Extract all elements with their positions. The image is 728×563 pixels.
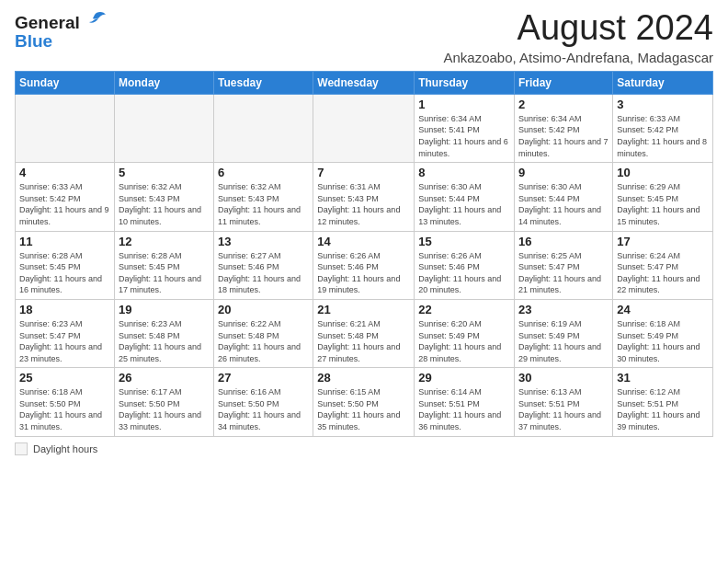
day-number: 19 [119, 303, 210, 316]
calendar-cell: 14Sunrise: 6:26 AMSunset: 5:46 PMDayligh… [313, 231, 415, 299]
weekday-header-monday: Monday [114, 71, 213, 94]
weekday-header-thursday: Thursday [415, 71, 515, 94]
day-info: Sunrise: 6:29 AMSunset: 5:45 PMDaylight:… [617, 181, 709, 227]
day-number: 23 [518, 303, 609, 316]
calendar-cell: 10Sunrise: 6:29 AMSunset: 5:45 PMDayligh… [613, 163, 713, 231]
day-info: Sunrise: 6:14 AMSunset: 5:51 PMDaylight:… [418, 386, 510, 432]
day-number: 13 [218, 235, 309, 248]
weekday-header-tuesday: Tuesday [214, 71, 313, 94]
day-info: Sunrise: 6:13 AMSunset: 5:51 PMDaylight:… [518, 386, 609, 432]
calendar-cell: 25Sunrise: 6:18 AMSunset: 5:50 PMDayligh… [16, 368, 115, 436]
day-number: 16 [518, 235, 609, 248]
day-number: 15 [418, 235, 510, 248]
day-number: 7 [317, 166, 410, 179]
day-info: Sunrise: 6:12 AMSunset: 5:51 PMDaylight:… [617, 386, 709, 432]
day-number: 9 [518, 166, 609, 179]
calendar-cell: 16Sunrise: 6:25 AMSunset: 5:47 PMDayligh… [515, 231, 613, 299]
day-number: 4 [19, 166, 110, 179]
calendar-cell: 2Sunrise: 6:34 AMSunset: 5:42 PMDaylight… [515, 94, 613, 162]
calendar-cell: 21Sunrise: 6:21 AMSunset: 5:48 PMDayligh… [313, 299, 415, 367]
day-info: Sunrise: 6:24 AMSunset: 5:47 PMDaylight:… [617, 250, 709, 296]
day-number: 28 [317, 371, 410, 385]
day-number: 18 [19, 303, 110, 316]
calendar-week-1: 1Sunrise: 6:34 AMSunset: 5:41 PMDaylight… [16, 94, 713, 162]
logo-bird-icon [82, 11, 108, 31]
calendar-week-3: 11Sunrise: 6:28 AMSunset: 5:45 PMDayligh… [16, 231, 713, 299]
calendar-cell [313, 94, 415, 162]
day-number: 27 [218, 371, 309, 385]
calendar-cell: 22Sunrise: 6:20 AMSunset: 5:49 PMDayligh… [415, 299, 515, 367]
calendar-cell: 7Sunrise: 6:31 AMSunset: 5:43 PMDaylight… [313, 163, 415, 231]
calendar-cell: 29Sunrise: 6:14 AMSunset: 5:51 PMDayligh… [415, 368, 515, 436]
day-number: 29 [418, 371, 510, 385]
day-number: 30 [518, 371, 609, 385]
day-number: 14 [317, 235, 410, 248]
day-info: Sunrise: 6:30 AMSunset: 5:44 PMDaylight:… [518, 181, 609, 227]
calendar-cell: 18Sunrise: 6:23 AMSunset: 5:47 PMDayligh… [16, 299, 115, 367]
day-number: 6 [218, 166, 309, 179]
calendar-table: SundayMondayTuesdayWednesdayThursdayFrid… [15, 71, 713, 437]
day-info: Sunrise: 6:19 AMSunset: 5:49 PMDaylight:… [518, 318, 609, 364]
calendar-cell: 26Sunrise: 6:17 AMSunset: 5:50 PMDayligh… [114, 368, 213, 436]
day-info: Sunrise: 6:33 AMSunset: 5:42 PMDaylight:… [19, 181, 110, 227]
day-info: Sunrise: 6:31 AMSunset: 5:43 PMDaylight:… [317, 181, 410, 227]
calendar-cell: 15Sunrise: 6:26 AMSunset: 5:46 PMDayligh… [415, 231, 515, 299]
day-info: Sunrise: 6:34 AMSunset: 5:41 PMDaylight:… [418, 113, 510, 159]
day-info: Sunrise: 6:23 AMSunset: 5:48 PMDaylight:… [119, 318, 210, 364]
weekday-header-wednesday: Wednesday [313, 71, 415, 94]
calendar-cell [114, 94, 213, 162]
calendar-week-4: 18Sunrise: 6:23 AMSunset: 5:47 PMDayligh… [16, 299, 713, 367]
calendar-cell: 24Sunrise: 6:18 AMSunset: 5:49 PMDayligh… [613, 299, 713, 367]
logo-general-text: General [15, 13, 80, 33]
calendar-cell: 12Sunrise: 6:28 AMSunset: 5:45 PMDayligh… [114, 231, 213, 299]
day-number: 20 [218, 303, 309, 316]
footer: Daylight hours [15, 442, 713, 455]
subtitle: Ankazoabo, Atsimo-Andrefana, Madagascar [443, 50, 713, 65]
day-number: 3 [617, 98, 709, 111]
day-info: Sunrise: 6:21 AMSunset: 5:48 PMDaylight:… [317, 318, 410, 364]
calendar-cell: 1Sunrise: 6:34 AMSunset: 5:41 PMDaylight… [415, 94, 515, 162]
logo-blue-text: Blue [15, 31, 52, 52]
day-number: 1 [418, 98, 510, 111]
day-info: Sunrise: 6:30 AMSunset: 5:44 PMDaylight:… [418, 181, 510, 227]
calendar-cell: 17Sunrise: 6:24 AMSunset: 5:47 PMDayligh… [613, 231, 713, 299]
weekday-header-sunday: Sunday [16, 71, 115, 94]
day-number: 26 [119, 371, 210, 385]
daylight-label: Daylight hours [33, 443, 97, 454]
calendar-cell: 30Sunrise: 6:13 AMSunset: 5:51 PMDayligh… [515, 368, 613, 436]
day-number: 8 [418, 166, 510, 179]
main-title: August 2024 [443, 9, 713, 48]
day-info: Sunrise: 6:22 AMSunset: 5:48 PMDaylight:… [218, 318, 309, 364]
calendar-header-row: SundayMondayTuesdayWednesdayThursdayFrid… [16, 71, 713, 94]
page: General Blue August 2024 Ankazoabo, Atsi… [0, 0, 728, 463]
day-info: Sunrise: 6:28 AMSunset: 5:45 PMDaylight:… [19, 250, 110, 296]
day-info: Sunrise: 6:16 AMSunset: 5:50 PMDaylight:… [218, 386, 309, 432]
day-info: Sunrise: 6:32 AMSunset: 5:43 PMDaylight:… [218, 181, 309, 227]
day-number: 22 [418, 303, 510, 316]
header: General Blue August 2024 Ankazoabo, Atsi… [15, 9, 713, 65]
day-number: 11 [19, 235, 110, 248]
day-info: Sunrise: 6:25 AMSunset: 5:47 PMDaylight:… [518, 250, 609, 296]
calendar-cell: 27Sunrise: 6:16 AMSunset: 5:50 PMDayligh… [214, 368, 313, 436]
day-info: Sunrise: 6:18 AMSunset: 5:49 PMDaylight:… [617, 318, 709, 364]
calendar-week-5: 25Sunrise: 6:18 AMSunset: 5:50 PMDayligh… [16, 368, 713, 436]
day-info: Sunrise: 6:18 AMSunset: 5:50 PMDaylight:… [19, 386, 110, 432]
day-info: Sunrise: 6:32 AMSunset: 5:43 PMDaylight:… [119, 181, 210, 227]
calendar-cell: 4Sunrise: 6:33 AMSunset: 5:42 PMDaylight… [16, 163, 115, 231]
day-number: 17 [617, 235, 709, 248]
calendar-cell [214, 94, 313, 162]
day-number: 10 [617, 166, 709, 179]
calendar-week-2: 4Sunrise: 6:33 AMSunset: 5:42 PMDaylight… [16, 163, 713, 231]
day-info: Sunrise: 6:15 AMSunset: 5:50 PMDaylight:… [317, 386, 410, 432]
day-info: Sunrise: 6:28 AMSunset: 5:45 PMDaylight:… [119, 250, 210, 296]
calendar-cell: 19Sunrise: 6:23 AMSunset: 5:48 PMDayligh… [114, 299, 213, 367]
calendar-cell: 5Sunrise: 6:32 AMSunset: 5:43 PMDaylight… [114, 163, 213, 231]
day-info: Sunrise: 6:17 AMSunset: 5:50 PMDaylight:… [119, 386, 210, 432]
day-info: Sunrise: 6:20 AMSunset: 5:49 PMDaylight:… [418, 318, 510, 364]
day-number: 24 [617, 303, 709, 316]
day-info: Sunrise: 6:33 AMSunset: 5:42 PMDaylight:… [617, 113, 709, 159]
day-number: 5 [119, 166, 210, 179]
weekday-header-friday: Friday [515, 71, 613, 94]
calendar-cell: 9Sunrise: 6:30 AMSunset: 5:44 PMDaylight… [515, 163, 613, 231]
day-info: Sunrise: 6:26 AMSunset: 5:46 PMDaylight:… [317, 250, 410, 296]
